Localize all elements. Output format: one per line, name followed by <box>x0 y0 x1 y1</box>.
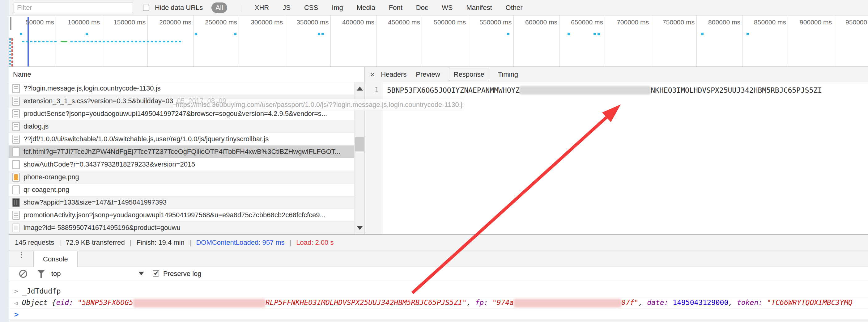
request-row[interactable]: fcf.html?g=7TJI7TceJhZPW4NdFgEj7Tce7TZ37… <box>9 146 354 158</box>
detail-tabbar: × HeadersPreviewResponseTiming <box>365 67 868 82</box>
network-overview-timeline[interactable]: 50000 ms100000 ms150000 ms200000 ms25000… <box>9 15 868 67</box>
close-icon[interactable]: × <box>370 70 375 78</box>
redacted-blur-box <box>133 299 266 308</box>
filter-type-all[interactable]: All <box>211 2 227 13</box>
request-row[interactable]: qr-coagent.png <box>9 184 354 196</box>
scroll-down-arrow-icon[interactable] <box>357 226 363 230</box>
detail-tabs: HeadersPreviewResponseTiming <box>380 67 519 82</box>
request-name: image?id=-5885950741671495196&product=go… <box>24 224 181 232</box>
console-prompt[interactable]: > <box>9 309 868 321</box>
summary-item: 72.9 KB transferred <box>66 238 125 247</box>
filter-type-doc[interactable]: Doc <box>416 4 428 12</box>
timeline-tick-label: 800000 ms <box>691 19 740 27</box>
summary-item: 145 requests <box>15 238 54 247</box>
request-name: ??login.message.js,login.countrycode-113… <box>24 84 161 92</box>
script-icon <box>12 84 20 93</box>
filter-type-ws[interactable]: WS <box>442 4 453 12</box>
script-icon <box>12 122 20 131</box>
request-row[interactable]: phone-orange.png <box>9 171 354 184</box>
filter-input[interactable] <box>13 2 133 13</box>
preserve-log-checkbox[interactable] <box>153 270 159 277</box>
filter-type-font[interactable]: Font <box>389 4 402 12</box>
request-name: show?appid=133&size=147&t=1495041997393 <box>24 198 166 206</box>
request-row[interactable]: image?id=-5885950741671495196&product=go… <box>9 222 354 234</box>
hide-data-urls-checkbox[interactable] <box>143 5 149 11</box>
network-filter-toolbar: Hide data URLs AllXHRJSCSSImgMediaFontDo… <box>9 0 868 15</box>
console-hscrollbar[interactable] <box>9 320 868 322</box>
overview-waterfall-dash <box>34 41 36 42</box>
window-left-strip <box>0 0 9 322</box>
request-name: ??jdf/1.0.0/ui/switchable/1.0.0/switchab… <box>24 135 269 143</box>
tab-response[interactable]: Response <box>449 68 489 81</box>
network-summary-bar: 145 requests|72.9 KB transferred|Finish:… <box>9 234 868 251</box>
overview-waterfall-dash <box>51 41 53 42</box>
console-segment <box>668 298 673 307</box>
request-name: showAuthCode?r=0.34377932818279233&versi… <box>24 160 195 168</box>
filter-type-css[interactable]: CSS <box>304 4 318 12</box>
overview-waterfall-dash <box>99 41 101 42</box>
summary-item: DOMContentLoaded: 957 ms <box>196 238 284 247</box>
summary-separator: | <box>285 238 297 247</box>
tab-headers[interactable]: Headers <box>380 68 407 80</box>
request-row[interactable]: ??jdf/1.0.0/ui/switchable/1.0.0/switchab… <box>9 133 354 146</box>
name-column-header[interactable]: Name <box>9 67 364 82</box>
request-row[interactable]: promotionActivity.json?jsonp=youdaogouwu… <box>9 209 354 222</box>
overview-waterfall-dash <box>175 41 177 42</box>
filter-type-other[interactable]: Other <box>506 4 523 12</box>
response-text-suffix: NKHEO3IMOLHDVSPX25UUJ342HBM5RBJC65PJS5ZI <box>651 86 822 94</box>
execution-context-selector[interactable]: top <box>51 270 61 278</box>
filter-type-manifest[interactable]: Manifest <box>466 4 492 12</box>
overview-waterfall-dash <box>83 41 85 42</box>
tab-timing[interactable]: Timing <box>497 68 519 80</box>
console-segment: 1495043129000 <box>673 298 728 307</box>
request-detail-panel: × HeadersPreviewResponseTiming 1 5BNP53F… <box>365 67 868 234</box>
filter-type-media[interactable]: Media <box>357 4 375 12</box>
summary-item: Load: 2.00 s <box>296 238 334 247</box>
tab-console[interactable]: Console <box>33 251 78 267</box>
clear-console-icon[interactable] <box>19 270 27 278</box>
overview-waterfall-dash <box>54 41 57 42</box>
console-segment: "5BNP53FX6OG5 <box>78 298 133 307</box>
filter-type-js[interactable]: JS <box>282 4 290 12</box>
filter-type-xhr[interactable]: XHR <box>255 4 269 12</box>
request-url-tooltip: https://misc.360buyimg.com/user/passport… <box>173 99 463 110</box>
filter-funnel-icon[interactable] <box>37 270 45 278</box>
scroll-up-arrow-icon[interactable] <box>357 87 363 91</box>
tab-preview[interactable]: Preview <box>415 68 440 80</box>
filter-type-img[interactable]: Img <box>332 4 343 12</box>
summary-separator: | <box>54 238 66 247</box>
timeline-tick-label: 300000 ms <box>234 19 283 27</box>
page-icon <box>12 185 20 194</box>
request-name: dialog.js <box>24 122 49 130</box>
console-segment: 07f" <box>621 298 638 307</box>
console-toolbar: top Preserve log <box>9 267 868 281</box>
chevron-down-icon[interactable] <box>138 271 144 275</box>
timeline-tick-label: 50000 ms <box>9 19 54 27</box>
overview-waterfall-dash <box>123 41 125 42</box>
page-icon <box>12 148 20 156</box>
timeline-tick-label: 450000 ms <box>371 19 420 27</box>
overview-waterfall-dash <box>79 41 81 42</box>
overview-request-dot <box>318 33 320 35</box>
filter-separator <box>241 4 241 12</box>
script-icon <box>12 135 20 144</box>
overview-waterfall-dash <box>103 41 105 42</box>
console-segment: fp: <box>475 298 488 307</box>
response-body-line[interactable]: 5BNP53FX6OG5JOQIYZNAEPANMMWHQYZNKHEO3IMO… <box>387 85 822 95</box>
console-messages[interactable]: >_JdTdudfp ◁Object {eid: "5BNP53FX6OG5RL… <box>9 281 868 322</box>
scrollbar-thumb[interactable] <box>355 137 364 152</box>
console-return-arrow-icon: ◁ <box>9 300 22 306</box>
request-row[interactable]: show?appid=133&size=147&t=1495041997393 <box>9 196 354 209</box>
request-row[interactable]: showAuthCode?r=0.34377932818279233&versi… <box>9 158 354 171</box>
console-segment: "TC66WRYTQOXIMBC3YMQ <box>767 298 852 307</box>
timeline-tick-label: 500000 ms <box>417 19 466 27</box>
overview-waterfall-dash <box>30 41 32 42</box>
preserve-log-label: Preserve log <box>163 270 202 278</box>
overview-waterfall-dash <box>115 41 117 42</box>
request-row[interactable]: dialog.js <box>9 120 354 133</box>
console-result-line[interactable]: ◁Object {eid: "5BNP53FX6OG5RLP5FFNKHEO3I… <box>9 298 868 309</box>
overview-waterfall-dash <box>151 41 153 42</box>
drawer-menu-icon[interactable]: ⋮ <box>17 253 21 257</box>
overview-request-dot <box>567 33 570 35</box>
request-row[interactable]: ??login.message.js,login.countrycode-113… <box>9 82 354 95</box>
